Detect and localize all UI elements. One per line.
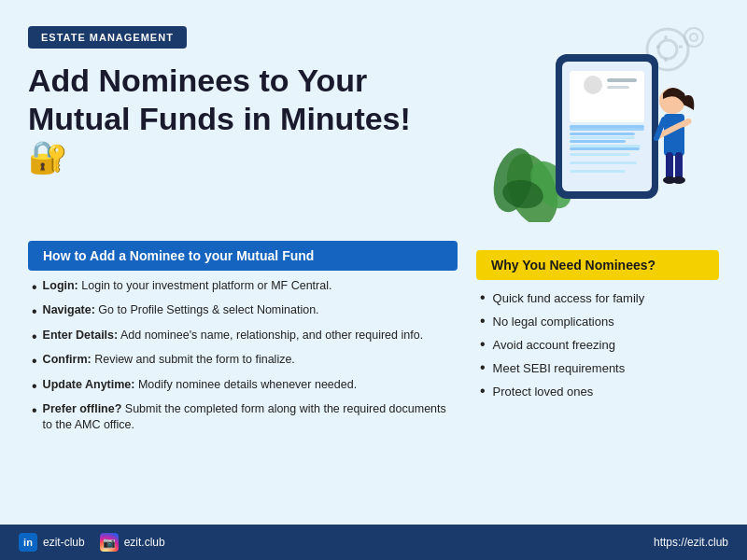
svg-point-2: [684, 28, 703, 47]
footer-left: in ezit-club 📷 ezit.club: [19, 533, 165, 552]
illustration-svg: [462, 26, 714, 222]
step-navigate: Navigate: Go to Profile Settings & selec…: [32, 302, 458, 322]
step-confirm: Confirm: Review and submit the form to f…: [32, 352, 458, 371]
illustration-area: [458, 26, 719, 222]
footer-linkedin-label: ezit-club: [43, 536, 85, 549]
svg-point-11: [584, 76, 602, 94]
step-offline: Prefer offline? Submit the completed for…: [32, 401, 458, 434]
step-confirm-bold: Confirm:: [43, 353, 92, 366]
svg-rect-19: [570, 136, 635, 139]
step-update: Update Anytime: Modify nominee details w…: [32, 377, 458, 397]
reasons-list: Quick fund access for family No legal co…: [476, 289, 719, 399]
svg-rect-22: [570, 161, 637, 164]
reason-quick-access: Quick fund access for family: [480, 289, 719, 306]
how-to-header: How to Add a Nominee to your Mutual Fund: [28, 241, 458, 271]
right-reasons: Why You Need Nominees? Quick fund access…: [476, 241, 719, 525]
svg-rect-16: [570, 140, 626, 143]
footer-instagram: 📷 ezit.club: [100, 533, 165, 552]
linkedin-icon: in: [19, 533, 37, 552]
top-section: ESTATE MANAGEMENT Add Nominees to Your M…: [0, 0, 747, 231]
bottom-section: How to Add a Nominee to your Mutual Fund…: [0, 231, 747, 525]
svg-point-30: [672, 176, 685, 184]
reason-avoid-freeze: Avoid account freezing: [480, 336, 719, 353]
svg-rect-23: [570, 170, 626, 173]
svg-rect-13: [607, 86, 629, 89]
svg-rect-28: [675, 152, 683, 180]
page-wrapper: ESTATE MANAGEMENT Add Nominees to Your M…: [0, 0, 747, 560]
step-enter-details: Enter Details: Add nominee's name, relat…: [32, 328, 458, 347]
reason-sebi: Meet SEBI requirements: [480, 359, 719, 376]
svg-rect-17: [570, 147, 640, 150]
instagram-icon: 📷: [100, 533, 119, 552]
step-navigate-bold: Navigate:: [43, 303, 95, 316]
svg-rect-21: [570, 153, 630, 156]
left-steps: How to Add a Nominee to your Mutual Fund…: [28, 241, 458, 525]
why-header: Why You Need Nominees?: [476, 250, 719, 280]
step-details-bold: Enter Details:: [43, 329, 119, 342]
main-title: Add Nominees to Your Mutual Funds in Min…: [28, 62, 448, 175]
reason-no-legal: No legal complications: [480, 313, 719, 329]
step-update-bold: Update Anytime:: [43, 378, 135, 391]
svg-rect-18: [570, 127, 644, 131]
svg-rect-20: [570, 145, 641, 147]
step-offline-bold: Prefer offline?: [43, 402, 122, 415]
step-login: Login: Login to your investment platform…: [32, 278, 458, 298]
estate-management-badge: ESTATE MANAGEMENT: [28, 26, 187, 49]
svg-rect-12: [607, 78, 637, 82]
reason-protect: Protect loved ones: [480, 383, 719, 399]
footer: in ezit-club 📷 ezit.club https://ezit.cl…: [0, 525, 747, 560]
footer-linkedin: in ezit-club: [19, 533, 85, 552]
svg-rect-15: [570, 133, 635, 135]
steps-list: Login: Login to your investment platform…: [28, 278, 458, 434]
footer-instagram-label: ezit.club: [124, 536, 165, 549]
step-login-bold: Login:: [43, 279, 78, 292]
svg-point-1: [658, 40, 677, 59]
footer-url: https://ezit.club: [654, 536, 728, 549]
svg-point-3: [690, 34, 698, 41]
svg-rect-27: [666, 152, 673, 180]
left-content: ESTATE MANAGEMENT Add Nominees to Your M…: [28, 26, 448, 222]
